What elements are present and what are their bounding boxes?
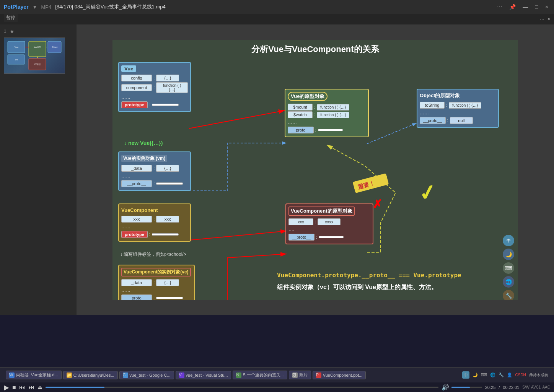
pin-icon[interactable]: 📌	[507, 3, 518, 11]
svg-text:Vue: Vue	[15, 46, 19, 48]
taskbar-icon-csdn: CSDN	[515, 373, 526, 377]
op-dots: ……	[420, 109, 496, 116]
vue-config-row: config : {…}	[121, 75, 188, 81]
chrome-label: vue_test - Google C...	[130, 373, 171, 377]
icon-tools[interactable]: 🔧	[503, 290, 514, 300]
taskbar-app-note[interactable]: N 5.一个重要的内置关...	[233, 371, 287, 379]
max-btn[interactable]: □	[533, 3, 540, 11]
vp-proto-val	[318, 129, 343, 131]
top-strip: 暂停 ⋯ ×	[0, 14, 554, 24]
vci-proto-key: __proto__	[121, 294, 152, 300]
svg-text:Object: Object	[52, 46, 58, 48]
mount-val: function ( ) {…}	[317, 104, 349, 111]
filename-label: [84/170] 084_尚硅谷Vue技术_全局事件总线1.mp4	[55, 3, 166, 10]
vue-box-title: Vue	[121, 65, 136, 72]
vue-prototype-val	[152, 104, 179, 106]
watch-row: $watch : function ( ) {…}	[288, 111, 366, 118]
progress-bar[interactable]	[46, 387, 438, 388]
strip-more[interactable]: ⋯	[540, 16, 544, 22]
icon-keyboard[interactable]: ⌨	[503, 262, 514, 274]
vm-proto-key: __proto__	[121, 180, 152, 187]
close-btn[interactable]: ×	[543, 3, 550, 11]
taskbar-app-chrome[interactable]: C vue_test - Google C...	[119, 371, 174, 379]
vue-box: Vue config : {…} component : function ( …	[118, 62, 191, 112]
title-bar-dropdown[interactable]: ▼	[33, 4, 37, 10]
taskbar-app-ppt[interactable]: P VueComponent.ppt...	[313, 371, 366, 379]
svg-text:✗: ✗	[373, 198, 382, 210]
taskbar-icon-zh[interactable]: 中	[462, 371, 469, 379]
play-btn[interactable]: ▶	[4, 383, 9, 392]
vue-prototype-key: prototype	[121, 101, 148, 108]
vc-xxx-key: xxx	[121, 216, 152, 223]
tostring-val: function ( ) {…}	[449, 102, 481, 109]
window-controls: ⋯ 📌 — □ ×	[495, 3, 550, 11]
vm-data-key: _data	[121, 165, 152, 172]
title-bar: PotPlayer ▼ MP4 [84/170] 084_尚硅谷Vue技术_全局…	[0, 0, 554, 14]
vuecomp-box: VueComponent xxx : xxx …… prototype :	[118, 203, 191, 242]
vue-proto-title: Vue的原型对象	[288, 92, 328, 101]
taskbar-icon-moon[interactable]: 🌙	[473, 372, 478, 377]
app-name[interactable]: PotPlayer	[4, 4, 29, 10]
svg-text:vm: vm	[15, 59, 18, 61]
vci-data-row: _data : {…}	[121, 279, 192, 286]
vcp-proto-key: __proto__	[288, 234, 314, 241]
vm-dots: ……	[121, 172, 188, 179]
thumbnail[interactable]: Vue vm Vue原型 Object VC原型	[4, 37, 65, 74]
vuecomp-title: VueComponent	[121, 207, 158, 213]
pause-label: 暂停	[4, 14, 18, 22]
vcp-proto-row: __proto__ :	[288, 234, 370, 241]
chrome-icon: C	[123, 372, 128, 378]
vscode-icon: V	[179, 372, 184, 378]
eject-btn[interactable]: ⏏	[37, 384, 42, 390]
vuecomp-instance-title: VueComponent的实例对象(vc)	[121, 268, 191, 277]
prev-btn[interactable]: ⏮	[19, 384, 25, 391]
vuecomp-proto-title: VueComponent的原型对象	[288, 207, 355, 216]
vue-component-val: function ( ) {…}	[156, 82, 188, 93]
vscode-label: vue_test - Visual Stu...	[186, 373, 228, 377]
total-time: 00:22:01	[503, 385, 519, 390]
main-area: 分析Vue与VueComponent的关系	[77, 24, 554, 315]
next-btn[interactable]: ⏭	[28, 384, 34, 391]
svg-text:VC原型: VC原型	[34, 63, 41, 65]
player-controls-bottom: ▶ ■ ⏮ ⏭ ⏏ 🔊 20:25 / 00:22:01 S/W AVC1 AA…	[4, 383, 550, 392]
vue-dots1: ……	[121, 94, 188, 101]
svg-rect-2	[29, 41, 46, 57]
taskbar-icon-keyboard[interactable]: ⌨	[481, 372, 487, 377]
volume-area: 🔊	[442, 384, 482, 391]
tostring-key: toString	[420, 102, 445, 109]
vc-xxx-val: xxx	[156, 216, 179, 223]
taskbar-icon-user[interactable]: 👤	[507, 372, 512, 377]
vm-proto-row: __proto__ :	[121, 180, 188, 187]
bottom-desc: 组件实例对象（vc）可以访问到 Vue原型上的属性、方法。	[277, 283, 437, 291]
taskbar-icon-network[interactable]: 🌐	[490, 372, 495, 377]
icon-zh[interactable]: 中	[503, 235, 514, 246]
op-proto-val: null	[450, 117, 473, 124]
taskbar-icon-at: @待木成稿	[529, 372, 548, 378]
watch-key: $watch	[288, 111, 313, 118]
icon-moon[interactable]: 🌙	[503, 249, 514, 260]
progress-bar-area[interactable]: ▶ ■ ⏮ ⏭ ⏏ 🔊 20:25 / 00:22:01 S/W AVC1 AA…	[0, 382, 554, 392]
minimize-icon[interactable]: ⋯	[495, 3, 504, 11]
strip-close[interactable]: ×	[547, 16, 550, 22]
taskbar-app-word[interactable]: W 尚硅谷_Vue全家桶.d...	[6, 371, 62, 379]
icon-network[interactable]: 🌐	[503, 276, 514, 288]
sidebar: 1 ★ Vue vm Vue原型 Object VC原型	[0, 24, 77, 315]
vue-proto-box: Vue的原型对象 $mount : function ( ) {…} $watc…	[285, 89, 369, 137]
vc-dots: ……	[121, 223, 188, 230]
taskbar-icon-tools[interactable]: 🔧	[499, 372, 504, 377]
vp-proto-key: __proto__	[288, 127, 314, 133]
taskbar-app-photos[interactable]: 🖼 照片	[289, 371, 311, 379]
new-vue-label: ↓ new Vue({…})	[124, 140, 163, 146]
progress-fill	[46, 387, 104, 388]
stop-btn[interactable]: ■	[12, 384, 16, 391]
vm-data-val: {…}	[156, 165, 179, 172]
taskbar-app-vscode[interactable]: V vue_test - Visual Stu...	[176, 371, 231, 379]
volume-icon[interactable]: 🔊	[442, 384, 449, 391]
vci-proto-val	[156, 297, 183, 299]
volume-bar[interactable]	[451, 387, 482, 388]
vcp-xxx-val: xxxx	[318, 218, 341, 225]
vc-prototype-row: prototype :	[121, 231, 188, 238]
min-btn[interactable]: —	[521, 3, 530, 11]
taskbar-app-explorer[interactable]: 📁 C:\Users\tianyu\Des...	[63, 371, 118, 379]
svg-rect-19	[353, 173, 389, 193]
